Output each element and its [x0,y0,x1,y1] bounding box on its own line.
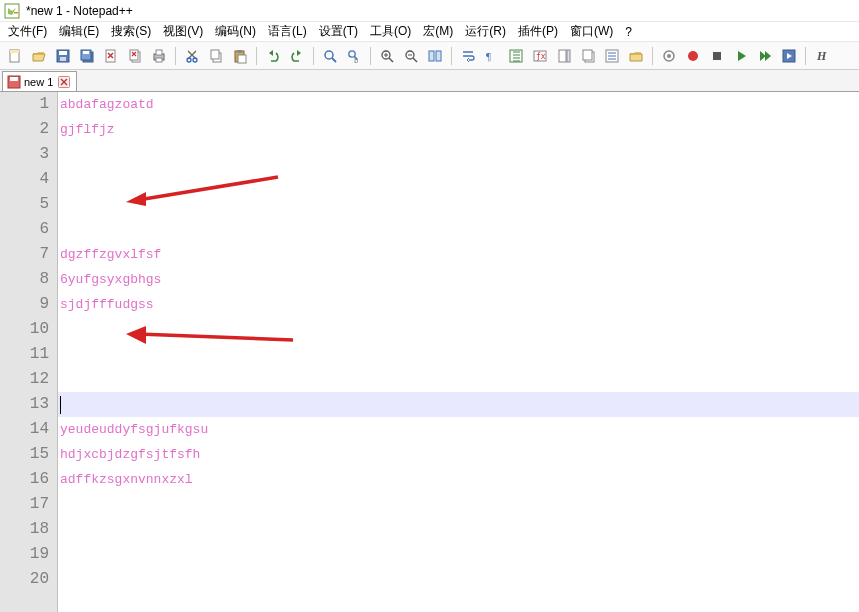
macro-record-icon[interactable] [682,45,704,67]
text-line[interactable]: hdjxcbjdzgfsjtfsfh [58,442,859,467]
line-number: 17 [0,492,49,517]
folder-workspace-icon[interactable] [625,45,647,67]
find-icon[interactable] [319,45,341,67]
text-line[interactable]: yeudeuddyfsgjufkgsu [58,417,859,442]
text-caret [60,396,61,414]
doc-list-icon[interactable] [577,45,599,67]
line-number: 3 [0,142,49,167]
macro-play-multi-icon[interactable] [754,45,776,67]
text-line[interactable] [58,317,859,342]
toolbar: b_c ¶ ƒx H [0,42,859,70]
svg-rect-12 [130,50,138,60]
text-line[interactable] [58,542,859,567]
menu-tools[interactable]: 工具(O) [364,21,417,42]
indent-guide-icon[interactable] [505,45,527,67]
cut-icon[interactable] [181,45,203,67]
macro-stop-icon[interactable] [706,45,728,67]
menu-search[interactable]: 搜索(S) [105,21,157,42]
open-file-icon[interactable] [28,45,50,67]
svg-text:H: H [816,49,827,63]
macro-play-icon[interactable] [730,45,752,67]
text-line[interactable]: abdafagzoatd [58,92,859,117]
svg-rect-34 [559,50,566,62]
window-title: *new 1 - Notepad++ [26,4,133,18]
svg-point-17 [193,58,197,62]
line-number-gutter: 1234567891011121314151617181920 [0,92,58,612]
zoom-in-icon[interactable] [376,45,398,67]
text-line[interactable] [58,192,859,217]
svg-rect-29 [436,51,441,61]
show-invisibles-icon[interactable]: ¶ [481,45,503,67]
replace-icon[interactable]: b_c [343,45,365,67]
save-all-icon[interactable] [76,45,98,67]
menu-help[interactable]: ? [619,23,638,41]
text-line[interactable] [58,167,859,192]
text-line[interactable] [58,142,859,167]
new-file-icon[interactable] [4,45,26,67]
svg-rect-3 [10,50,19,53]
text-area[interactable]: abdafagzoatdgjflfjzdgzffzgvxlfsf6yufgsyx… [58,92,859,612]
zoom-out-icon[interactable] [400,45,422,67]
copy-icon[interactable] [205,45,227,67]
text-line[interactable]: sjdjfffudgss [58,292,859,317]
menu-window[interactable]: 窗口(W) [564,21,619,42]
line-number: 10 [0,317,49,342]
close-icon[interactable] [100,45,122,67]
text-line[interactable] [58,217,859,242]
svg-point-16 [187,58,191,62]
text-line[interactable] [58,392,859,417]
text-line[interactable] [58,567,859,592]
svg-rect-46 [10,77,18,81]
line-number: 18 [0,517,49,542]
text-line[interactable]: dgzffzgvxlfsf [58,242,859,267]
line-number: 19 [0,542,49,567]
text-line[interactable]: gjflfjz [58,117,859,142]
toolbar-separator [652,47,653,65]
user-lang-icon[interactable]: ƒx [529,45,551,67]
menu-settings[interactable]: 设置(T) [313,21,364,42]
menu-bar: 文件(F) 编辑(E) 搜索(S) 视图(V) 编码(N) 语言(L) 设置(T… [0,22,859,42]
doc-map-icon[interactable] [553,45,575,67]
tab-new-1[interactable]: new 1 [2,71,77,91]
title-bar: *new 1 - Notepad++ [0,0,859,22]
text-line[interactable]: adffkzsgxnvnnxzxl [58,467,859,492]
menu-encoding[interactable]: 编码(N) [209,21,262,42]
text-line[interactable]: 6yufgsyxgbhgs [58,267,859,292]
svg-rect-9 [83,51,89,54]
svg-rect-1 [14,12,18,14]
text-line[interactable] [58,517,859,542]
save-icon[interactable] [52,45,74,67]
undo-icon[interactable] [262,45,284,67]
line-number: 6 [0,217,49,242]
sync-scroll-icon[interactable] [424,45,446,67]
close-all-icon[interactable] [124,45,146,67]
svg-rect-19 [211,50,219,59]
redo-icon[interactable] [286,45,308,67]
text-line[interactable] [58,492,859,517]
line-number: 2 [0,117,49,142]
menu-file[interactable]: 文件(F) [2,21,53,42]
unsaved-indicator-icon [7,75,21,89]
svg-rect-28 [429,51,434,61]
text-line[interactable] [58,342,859,367]
monitor-icon[interactable] [658,45,680,67]
menu-macro[interactable]: 宏(M) [417,21,459,42]
svg-text:b_c: b_c [354,57,362,64]
menu-plugins[interactable]: 插件(P) [512,21,564,42]
macro-save-icon[interactable] [778,45,800,67]
word-wrap-icon[interactable] [457,45,479,67]
menu-edit[interactable]: 编辑(E) [53,21,105,42]
svg-rect-37 [583,50,592,60]
text-line[interactable] [58,367,859,392]
svg-point-41 [688,51,698,61]
menu-language[interactable]: 语言(L) [262,21,313,42]
menu-run[interactable]: 运行(R) [459,21,512,42]
paste-icon[interactable] [229,45,251,67]
toggle-bold-icon[interactable]: H [811,45,833,67]
menu-view[interactable]: 视图(V) [157,21,209,42]
tab-close-icon[interactable] [58,76,70,88]
print-icon[interactable] [148,45,170,67]
function-list-icon[interactable] [601,45,623,67]
line-number: 20 [0,567,49,592]
editor: 1234567891011121314151617181920 abdafagz… [0,92,859,612]
